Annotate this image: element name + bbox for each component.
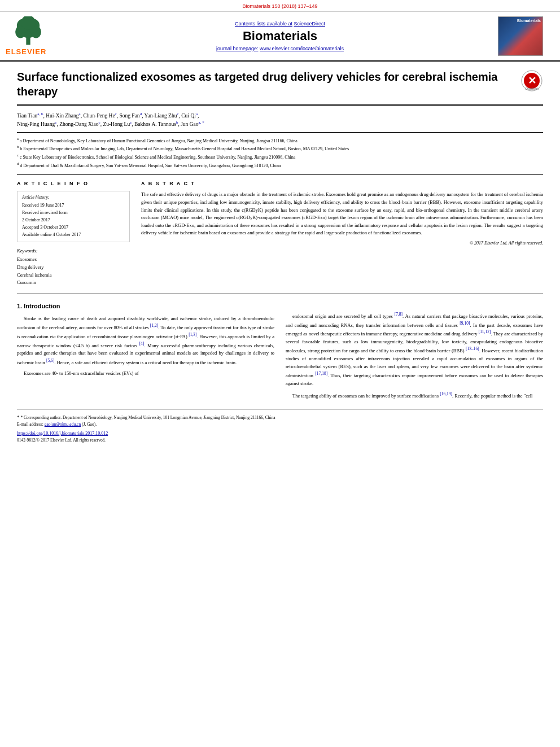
page: Biomaterials 150 (2018) 137–149 ELSEVIER — [0, 0, 560, 747]
keywords-label: Keywords: — [17, 248, 130, 254]
received-date: Received 19 June 2017 — [22, 202, 125, 209]
email-link[interactable]: gaojun@njmu.edu.cn — [45, 422, 81, 427]
affiliations: a a Department of Neurobiology, Key Labo… — [17, 132, 543, 169]
affiliation-c: c c State Key Laboratory of Bioelectroni… — [17, 152, 543, 161]
abstract-copyright: © 2017 Elsevier Ltd. All rights reserved… — [141, 241, 543, 246]
ref-13-16: [13–16] — [466, 346, 479, 351]
intro-title: 1. Introduction — [17, 301, 274, 311]
ref-17-18: [17,18] — [315, 371, 327, 376]
journal-cover-section: Biomaterials — [498, 16, 554, 56]
elsevier-tree-icon — [6, 16, 51, 47]
ref-5-6: [5,6] — [46, 358, 54, 363]
keyword-curcumin: Curcumin — [17, 279, 130, 287]
journal-title: Biomaterials — [73, 29, 487, 43]
elsevier-text: ELSEVIER — [6, 47, 46, 56]
svg-rect-0 — [26, 37, 30, 45]
intro-para-2: Exosomes are 40- to 150-nm extracellular… — [17, 369, 274, 377]
keyword-drug-delivery: Drug delivery — [17, 264, 130, 272]
available-date: Available online 4 October 2017 — [22, 231, 125, 239]
star-icon: * — [17, 414, 20, 420]
main-content: Surface functionalized exosomes as targe… — [0, 62, 560, 451]
article-info-abstract-section: A R T I C L E I N F O Article history: R… — [17, 174, 543, 286]
section-divider — [17, 294, 543, 294]
abstract-column: A B S T R A C T The safe and effective d… — [141, 181, 543, 286]
issn-line: 0142-9612/© 2017 Elsevier Ltd. All right… — [17, 437, 543, 443]
cover-label: Biomaterials — [517, 19, 541, 23]
intro-para-1: Stroke is the leading cause of death and… — [17, 314, 274, 366]
journal-homepage-link[interactable]: www.elsevier.com/locate/biomaterials — [260, 46, 344, 51]
author-tannous: Bakhos A. Tannous — [134, 122, 176, 128]
ref-4: [4] — [139, 341, 145, 346]
intro-para-4: The targeting ability of exosomes can be… — [286, 391, 543, 400]
intro-left-col: 1. Introduction Stroke is the leading ca… — [17, 301, 274, 403]
author-zhu: Yan-Liang Zhu — [145, 113, 177, 119]
article-info-column: A R T I C L E I N F O Article history: R… — [17, 181, 130, 286]
authors-line: Tian Tiana, b, Hui-Xin Zhanga, Chun-Peng… — [17, 111, 543, 129]
citation-text: Biomaterials 150 (2018) 137–149 — [242, 3, 317, 9]
author-huang: Ning-Ping Huang — [17, 122, 55, 128]
ref-1-2: [1,2] — [150, 323, 158, 328]
author-xiao: Zhong-Dang Xiao — [59, 122, 98, 128]
introduction-section: 1. Introduction Stroke is the leading ca… — [17, 301, 543, 403]
ref-7-8: [7,8] — [395, 312, 403, 317]
keyword-exosomes: Exosomes — [17, 256, 130, 264]
authors-section: Tian Tiana, b, Hui-Xin Zhanga, Chun-Peng… — [17, 111, 543, 129]
footnote-corresponding: * * Corresponding author. Department of … — [17, 414, 543, 443]
ref-16-19: [16,19] — [440, 391, 452, 396]
keyword-cerebral-ischemia: Cerebral ischemia — [17, 272, 130, 279]
affiliation-d: d d Department of Oral & Maxillofacial S… — [17, 161, 543, 169]
email-line: E-mail address: gaojun@njmu.edu.cn (J. G… — [17, 421, 543, 427]
journal-header: ELSEVIER Contents lists available at Sci… — [0, 12, 560, 62]
intro-right-col: endosomal origin and are secreted by all… — [286, 301, 543, 403]
ref-11-12: [11,12] — [479, 329, 491, 334]
accepted-date: Accepted 3 October 2017 — [22, 224, 125, 231]
abstract-heading: A B S T R A C T — [141, 181, 543, 186]
journal-header-center: Contents lists available at ScienceDirec… — [62, 21, 498, 51]
corresponding-note: * * Corresponding author. Department of … — [17, 414, 543, 422]
elsevier-logo-section: ELSEVIER — [6, 16, 62, 56]
ref-1-3: [1,3] — [189, 332, 196, 337]
author-qi: Cui Qi — [181, 113, 196, 119]
revised-date: 2 October 2017 — [22, 217, 125, 224]
footnote-section: * * Corresponding author. Department of … — [17, 414, 543, 443]
svg-text:✕: ✕ — [528, 75, 536, 86]
abstract-text: The safe and effective delivery of drugs… — [141, 191, 543, 237]
crossmark-icon: ✕ CrossMark — [520, 69, 543, 92]
article-info-heading: A R T I C L E I N F O — [17, 181, 130, 186]
author-tian: Tian Tian — [17, 113, 37, 119]
elsevier-logo: ELSEVIER — [6, 16, 62, 56]
affiliation-b: b b Experimental Therapeutics and Molecu… — [17, 144, 543, 152]
article-history-label: Article history: — [22, 195, 125, 200]
svg-text:CrossMark: CrossMark — [525, 87, 539, 90]
article-history-box: Article history: Received 19 June 2017 R… — [17, 191, 130, 242]
author-lu: Zu-Hong Lu — [103, 122, 130, 128]
doi-section: https://doi.org/10.1016/j.biomaterials.2… — [17, 430, 543, 437]
author-gao: Jun Gao — [181, 122, 198, 128]
author-fan: Song Fan — [119, 113, 139, 119]
sciencedirect-link-text[interactable]: ScienceDirect — [294, 21, 326, 27]
ref-9-10: [9,10] — [460, 321, 470, 326]
author-zhang: Hui-Xin Zhang — [46, 113, 78, 119]
journal-cover-image: Biomaterials — [498, 16, 543, 56]
article-title-section: Surface functionalized exosomes as targe… — [17, 69, 543, 106]
affiliation-a: a a Department of Neurobiology, Key Labo… — [17, 136, 543, 145]
doi-link[interactable]: https://doi.org/10.1016/j.biomaterials.2… — [17, 431, 108, 436]
sciencedirect-line: Contents lists available at ScienceDirec… — [73, 21, 487, 27]
citation-bar: Biomaterials 150 (2018) 137–149 — [0, 0, 560, 12]
article-footer: * * Corresponding author. Department of … — [17, 409, 543, 443]
received-revised-label: Received in revised form — [22, 209, 125, 217]
author-he: Chun-Peng He — [83, 113, 115, 119]
intro-para-3: endosomal origin and are secreted by all… — [286, 311, 543, 387]
article-title: Surface functionalized exosomes as targe… — [17, 69, 508, 99]
journal-homepage-line: journal homepage: www.elsevier.com/locat… — [73, 46, 487, 51]
